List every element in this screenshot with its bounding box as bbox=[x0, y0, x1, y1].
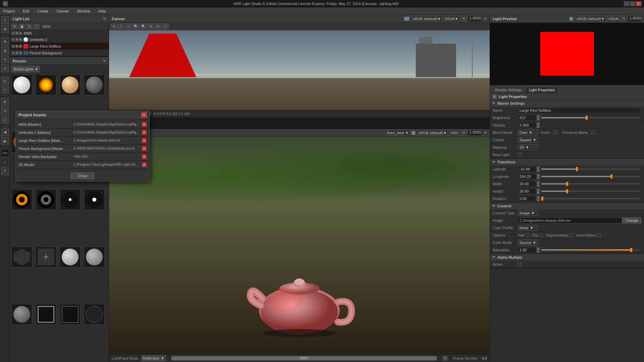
menu-project[interactable]: Project bbox=[1, 8, 17, 14]
half-checkbox[interactable] bbox=[526, 233, 530, 237]
flip-checkbox[interactable] bbox=[539, 233, 543, 237]
canvas-close-btn[interactable]: ✕ bbox=[484, 16, 487, 21]
li-lock-btn[interactable]: ■ bbox=[15, 32, 18, 35]
height-down-btn[interactable]: ▼ bbox=[537, 191, 540, 194]
li-vis-btn[interactable]: ● bbox=[11, 38, 15, 41]
llt-solo-btn[interactable]: S bbox=[26, 24, 32, 29]
preset-item[interactable] bbox=[11, 74, 32, 95]
preset-item[interactable] bbox=[11, 304, 32, 325]
brightness-down-btn[interactable]: ▼ bbox=[537, 118, 540, 121]
opacity-up-btn[interactable]: ▲ bbox=[537, 122, 540, 125]
blend-mode-dropdown[interactable]: Over ▼ bbox=[518, 130, 538, 136]
preset-item[interactable] bbox=[11, 189, 32, 210]
list-item[interactable]: ● ■ ■ Large Rect Softbox bbox=[10, 43, 109, 50]
width-input[interactable] bbox=[518, 181, 536, 187]
menu-help[interactable]: Help bbox=[96, 8, 108, 14]
menu-create[interactable]: Create bbox=[35, 8, 50, 14]
asset-delete-btn[interactable]: ✕ bbox=[142, 130, 147, 135]
preset-item[interactable] bbox=[36, 189, 56, 210]
list-item[interactable]: ● ■ ■ 4809 bbox=[10, 30, 109, 36]
canvas-tb-btn-5[interactable]: 🔍 bbox=[140, 23, 147, 30]
dialog-close-button[interactable]: Close bbox=[71, 172, 94, 179]
content-header[interactable]: Content bbox=[490, 203, 644, 209]
rot-down-btn[interactable]: ▼ bbox=[537, 199, 540, 202]
preset-item[interactable] bbox=[60, 74, 81, 95]
invert-checkbox[interactable] bbox=[553, 131, 557, 135]
li-lock-btn[interactable]: ■ bbox=[15, 38, 18, 41]
color-profile-dropdown[interactable]: sRGB (default) ▼ bbox=[411, 16, 442, 22]
asset-delete-btn[interactable]: ✕ bbox=[142, 154, 147, 159]
canvas-tb-btn-1[interactable]: ✦ bbox=[110, 23, 117, 30]
canvas-tb-btn-7[interactable]: ⟳ bbox=[155, 23, 161, 30]
tool-move[interactable]: ✥ bbox=[1, 25, 9, 33]
lon-down-btn[interactable]: ▼ bbox=[537, 176, 540, 179]
preset-item[interactable] bbox=[36, 304, 56, 325]
longitude-input[interactable] bbox=[518, 173, 536, 179]
render-settings-btn[interactable]: ⚙ bbox=[461, 130, 466, 135]
render-viewport[interactable] bbox=[109, 137, 490, 354]
latitude-input[interactable] bbox=[518, 166, 536, 172]
li-vis-btn[interactable]: ● bbox=[11, 45, 15, 48]
transform-header[interactable]: Transform bbox=[490, 159, 644, 165]
canvas-tb-btn-4[interactable]: 🔍 bbox=[133, 23, 139, 30]
color-profile-dropdown[interactable]: linear ▼ bbox=[518, 225, 538, 231]
li-solo-btn[interactable]: ■ bbox=[19, 38, 22, 41]
height-slider[interactable] bbox=[541, 191, 640, 192]
latitude-slider[interactable] bbox=[541, 168, 640, 170]
close-window-button[interactable]: ✕ bbox=[636, 1, 641, 6]
height-up-btn[interactable]: ▲ bbox=[537, 188, 540, 191]
asset-delete-btn[interactable]: ✕ bbox=[142, 162, 147, 167]
lp-mode-dropdown[interactable]: HSVA bbox=[607, 16, 620, 22]
longitude-slider[interactable] bbox=[541, 176, 640, 177]
llt-add-btn[interactable]: + bbox=[34, 24, 40, 29]
li-solo-btn[interactable]: ■ bbox=[19, 51, 22, 55]
preset-item[interactable] bbox=[84, 74, 105, 95]
asset-delete-btn[interactable]: ✕ bbox=[142, 122, 147, 127]
lon-up-btn[interactable]: ▲ bbox=[537, 173, 540, 176]
lightpaint-mode-dropdown[interactable]: Reflection ▼ bbox=[141, 355, 166, 361]
lp-color-profile-dropdown[interactable]: sRGB (default) ▼ bbox=[575, 16, 606, 22]
tab-render-settings[interactable]: Render Settings bbox=[491, 87, 525, 93]
rot-up-btn[interactable]: ▲ bbox=[537, 196, 540, 199]
canvas-tb-btn-2[interactable]: ✧ bbox=[118, 23, 125, 30]
name-input[interactable] bbox=[518, 107, 641, 113]
tool-select[interactable]: ↖ bbox=[1, 16, 9, 24]
tool-4[interactable]: ↺ bbox=[1, 64, 9, 72]
menu-canvas[interactable]: Canvas bbox=[54, 8, 71, 14]
project-assets-dialog[interactable]: Project Assets ✕ 4809 [Master] C:/Users/… bbox=[15, 111, 150, 182]
width-up-btn[interactable]: ▲ bbox=[537, 181, 540, 184]
invert-alpha-checkbox[interactable] bbox=[597, 233, 601, 237]
asset-delete-btn[interactable]: ✕ bbox=[142, 138, 147, 143]
image-path-input[interactable] bbox=[518, 217, 622, 223]
rotation-input[interactable] bbox=[518, 196, 536, 202]
active-checkbox[interactable] bbox=[518, 262, 522, 266]
tool-8[interactable]: ✕ bbox=[1, 107, 9, 115]
preset-item[interactable] bbox=[60, 189, 81, 210]
preset-item[interactable] bbox=[36, 247, 56, 267]
brightness-input[interactable] bbox=[518, 115, 536, 121]
render-exposure-input[interactable]: 1.0000 bbox=[468, 130, 481, 136]
canvas-tb-btn-3[interactable]: □ bbox=[125, 23, 132, 30]
minimize-button[interactable]: – bbox=[624, 1, 629, 6]
brightness-slider[interactable] bbox=[541, 117, 640, 118]
li-lock-btn[interactable]: ■ bbox=[15, 45, 18, 48]
master-settings-header[interactable]: Master Settings bbox=[490, 100, 644, 107]
menu-edit[interactable]: Edit bbox=[21, 8, 31, 14]
cookie-dropdown[interactable]: Square ▼ bbox=[518, 137, 538, 143]
preset-item[interactable] bbox=[36, 74, 56, 95]
light-list-close[interactable]: ✕ bbox=[103, 16, 106, 21]
saturation-input[interactable] bbox=[518, 247, 536, 253]
change-button[interactable]: Change bbox=[622, 217, 641, 223]
canvas-exposure-input[interactable]: 1.0000 bbox=[468, 16, 481, 22]
area-light-checkbox[interactable] bbox=[518, 153, 522, 157]
li-vis-btn[interactable]: ● bbox=[11, 32, 15, 35]
saturation-slider[interactable] bbox=[541, 249, 640, 251]
color-mode-dropdown[interactable]: Source ▼ bbox=[518, 240, 538, 246]
llt-lock-btn[interactable]: 🔒 bbox=[19, 24, 25, 29]
preset-item[interactable] bbox=[84, 247, 105, 267]
preset-item[interactable] bbox=[60, 304, 81, 325]
preset-item[interactable] bbox=[84, 189, 105, 210]
list-item[interactable]: ● ■ ■ Picture Background bbox=[10, 50, 109, 56]
unpremultiply-checkbox[interactable] bbox=[569, 233, 574, 237]
menu-window[interactable]: Window bbox=[75, 8, 92, 14]
